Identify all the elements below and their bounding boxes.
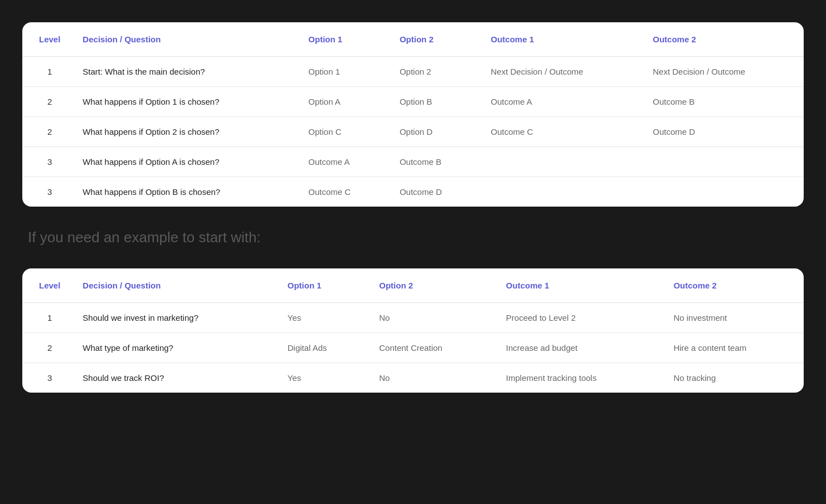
table-cell xyxy=(479,177,642,207)
table-cell: 2 xyxy=(22,333,71,363)
table1-col-outcome2: Outcome 2 xyxy=(642,22,804,57)
table-cell xyxy=(642,177,804,207)
table-cell: No xyxy=(368,363,495,393)
table-cell: Next Decision / Outcome xyxy=(642,57,804,87)
table-cell: Outcome B xyxy=(388,147,480,177)
table1-col-level: Level xyxy=(22,22,71,57)
table-cell: Increase ad budget xyxy=(495,333,663,363)
table-cell: Outcome C xyxy=(297,177,388,207)
table-cell: What happens if Option 1 is chosen? xyxy=(71,87,297,117)
table-cell: No xyxy=(368,303,495,333)
table-cell: 2 xyxy=(22,87,71,117)
table-cell: What happens if Option 2 is chosen? xyxy=(71,117,297,147)
table1-container: Level Decision / Question Option 1 Optio… xyxy=(22,22,804,207)
table-cell: Option A xyxy=(297,87,388,117)
table1-col-option2: Option 2 xyxy=(388,22,480,57)
table-row: 3What happens if Option B is chosen?Outc… xyxy=(22,177,804,207)
table-cell: Option 1 xyxy=(297,57,388,87)
table2-col-option2: Option 2 xyxy=(368,268,495,303)
table-cell: 1 xyxy=(22,303,71,333)
table-cell: Option B xyxy=(388,87,480,117)
table-cell: Proceed to Level 2 xyxy=(495,303,663,333)
table-cell: 3 xyxy=(22,177,71,207)
table-row: 2What happens if Option 2 is chosen?Opti… xyxy=(22,117,804,147)
table-cell: Should we track ROI? xyxy=(71,363,276,393)
table-cell: Option C xyxy=(297,117,388,147)
table1-header-row: Level Decision / Question Option 1 Optio… xyxy=(22,22,804,57)
table2-col-outcome2: Outcome 2 xyxy=(662,268,804,303)
table-cell: Should we invest in marketing? xyxy=(71,303,276,333)
table-cell: No tracking xyxy=(662,363,804,393)
table-cell: Outcome C xyxy=(479,117,642,147)
table-cell: Option D xyxy=(388,117,480,147)
table-row: 2What happens if Option 1 is chosen?Opti… xyxy=(22,87,804,117)
table-cell: Yes xyxy=(276,363,368,393)
section-label: If you need an example to start with: xyxy=(22,229,804,246)
table1-col-option1: Option 1 xyxy=(297,22,388,57)
table-cell: Option 2 xyxy=(388,57,480,87)
table-cell xyxy=(642,147,804,177)
table2-container: Level Decision / Question Option 1 Optio… xyxy=(22,268,804,393)
table-cell: Outcome A xyxy=(297,147,388,177)
table-cell: Start: What is the main decision? xyxy=(71,57,297,87)
table1: Level Decision / Question Option 1 Optio… xyxy=(22,22,804,207)
table-cell xyxy=(479,147,642,177)
table-row: 1Start: What is the main decision?Option… xyxy=(22,57,804,87)
table-cell: What happens if Option A is chosen? xyxy=(71,147,297,177)
table-cell: Outcome A xyxy=(479,87,642,117)
table-cell: Implement tracking tools xyxy=(495,363,663,393)
table2-col-option1: Option 1 xyxy=(276,268,368,303)
table-cell: Content Creation xyxy=(368,333,495,363)
table2-col-decision: Decision / Question xyxy=(71,268,276,303)
table-cell: What happens if Option B is chosen? xyxy=(71,177,297,207)
table-cell: 2 xyxy=(22,117,71,147)
table-row: 1Should we invest in marketing?YesNoProc… xyxy=(22,303,804,333)
table-row: 3What happens if Option A is chosen?Outc… xyxy=(22,147,804,177)
table-cell: 3 xyxy=(22,147,71,177)
table-cell: Outcome D xyxy=(388,177,480,207)
table-cell: What type of marketing? xyxy=(71,333,276,363)
table-row: 2What type of marketing?Digital AdsConte… xyxy=(22,333,804,363)
table-cell: Hire a content team xyxy=(662,333,804,363)
table1-col-decision: Decision / Question xyxy=(71,22,297,57)
table-cell: Next Decision / Outcome xyxy=(479,57,642,87)
table-cell: 3 xyxy=(22,363,71,393)
table-cell: Yes xyxy=(276,303,368,333)
table-row: 3Should we track ROI?YesNoImplement trac… xyxy=(22,363,804,393)
table2-col-level: Level xyxy=(22,268,71,303)
table-cell: Outcome D xyxy=(642,117,804,147)
table2-header-row: Level Decision / Question Option 1 Optio… xyxy=(22,268,804,303)
table-cell: No investment xyxy=(662,303,804,333)
table2: Level Decision / Question Option 1 Optio… xyxy=(22,268,804,393)
table-cell: 1 xyxy=(22,57,71,87)
table-cell: Outcome B xyxy=(642,87,804,117)
table-cell: Digital Ads xyxy=(276,333,368,363)
table2-col-outcome1: Outcome 1 xyxy=(495,268,663,303)
table1-col-outcome1: Outcome 1 xyxy=(479,22,642,57)
